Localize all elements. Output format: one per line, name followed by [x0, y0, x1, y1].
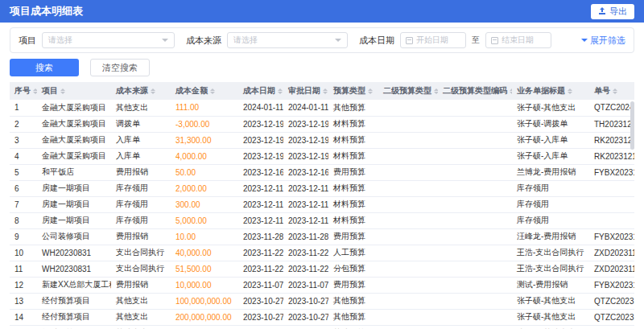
- column-header-label: 预算类型: [333, 85, 365, 97]
- table-cell: 其他预算: [328, 309, 378, 325]
- column-header-label: 二级预算类型: [383, 85, 431, 97]
- table-cell: 300,000,000.00: [171, 325, 238, 329]
- table-row[interactable]: 11WH20230831支出合同执行51,500.002023-11-22202…: [10, 261, 634, 277]
- end-date-input[interactable]: 结束日期: [485, 32, 551, 48]
- table-row[interactable]: 1金融大厦采购项目其他支出111.002024-01-112024-01-11其…: [10, 100, 634, 116]
- cost-source-select[interactable]: 请选择: [227, 32, 348, 48]
- sort-icon[interactable]: [368, 86, 373, 97]
- column-header[interactable]: 成本金额: [171, 82, 238, 100]
- table-cell: 2023-11-22: [283, 261, 328, 277]
- table-cell: [378, 116, 438, 132]
- column-header[interactable]: 二级预算类型: [378, 82, 438, 100]
- table-cell: 材料预算: [328, 196, 378, 212]
- start-date-input[interactable]: 开始日期: [400, 32, 466, 48]
- column-header[interactable]: 单号: [589, 82, 634, 100]
- table-cell: 2023-11-22: [238, 245, 283, 261]
- column-header-label: 成本来源: [116, 85, 148, 97]
- table-cell: 2023-12-11: [238, 196, 283, 212]
- table-cell: 库存领用: [111, 212, 171, 228]
- table-row[interactable]: 2金融大厦采购项目调拨单-3,000.002023-12-192023-12-1…: [10, 116, 634, 132]
- table-cell: [589, 196, 634, 212]
- table-cell: 材料预算: [328, 148, 378, 164]
- sort-icon[interactable]: [323, 86, 328, 97]
- column-header-label: 单号: [594, 85, 610, 97]
- cost-date-filter: 成本日期 开始日期 至 结束日期: [359, 32, 551, 48]
- chevron-down-icon: [581, 39, 588, 45]
- table-cell: 其他支出: [111, 100, 171, 116]
- table-cell: [438, 116, 512, 132]
- project-select[interactable]: 请选择: [42, 32, 175, 48]
- table-cell: [589, 212, 634, 228]
- column-header[interactable]: 二级预算类型编码: [438, 82, 512, 100]
- table-row[interactable]: 3金融大厦采购项目入库单31,300.002023-12-192023-12-1…: [10, 132, 634, 148]
- table-row[interactable]: 5和平饭店费用报销50.002023-12-162023-12-16费用预算兰博…: [10, 164, 634, 180]
- table-cell: 10,000.00: [171, 277, 238, 293]
- table-cell: [438, 245, 512, 261]
- column-header[interactable]: 成本日期: [238, 82, 283, 100]
- table-row[interactable]: 15经付预算项目其他支出300,000,000.002023-10-272023…: [10, 325, 634, 329]
- table-header-row: 序号项目成本来源成本金额成本日期审批日期预算类型二级预算类型二级预算类型编码业务…: [10, 82, 634, 100]
- search-button[interactable]: 搜索: [10, 59, 79, 76]
- cost-table: 序号项目成本来源成本金额成本日期审批日期预算类型二级预算类型二级预算类型编码业务…: [10, 82, 634, 329]
- table-cell: [378, 164, 438, 180]
- table-cell: RK20231219002: [589, 148, 634, 164]
- table-cell: 2023-12-19: [283, 132, 328, 148]
- table-cell: 2023-11-07: [238, 277, 283, 293]
- sort-icon[interactable]: [613, 86, 617, 97]
- sort-icon[interactable]: [33, 86, 37, 97]
- table-cell: ZXD20231122001: [589, 261, 634, 277]
- table-cell: 2,000.00: [171, 180, 238, 196]
- sort-icon[interactable]: [60, 86, 65, 97]
- table-cell: 15: [10, 325, 37, 329]
- column-header[interactable]: 成本来源: [111, 82, 171, 100]
- project-filter: 项目 请选择: [19, 32, 175, 48]
- calendar-icon: [491, 37, 498, 44]
- cost-source-select-placeholder: 请选择: [233, 35, 258, 46]
- table-row[interactable]: 14经付预算项目其他支出200,000,000.002023-10-272023…: [10, 309, 634, 325]
- table-row[interactable]: 9公司装修项目费用报销10.002023-11-282023-11-28费用预算…: [10, 228, 634, 245]
- table-cell: [378, 325, 438, 329]
- vertical-scrollbar[interactable]: [630, 101, 634, 150]
- column-header[interactable]: 业务单据标题: [512, 82, 589, 100]
- table-cell: 2023-12-16: [283, 164, 328, 180]
- table-cell: 2023-11-28: [283, 228, 328, 245]
- table-row[interactable]: 12新建XX总部大厦工程二期费用报销10,000.002023-11-07202…: [10, 277, 634, 293]
- column-header[interactable]: 审批日期: [283, 82, 328, 100]
- sort-icon[interactable]: [568, 86, 572, 97]
- export-button[interactable]: 导出: [591, 4, 634, 19]
- table-cell: 其他预算: [328, 293, 378, 309]
- table-row[interactable]: 6房建一期项目库存领用2,000.002023-12-112023-12-11材…: [10, 180, 634, 196]
- table-cell: [378, 245, 438, 261]
- table-row[interactable]: 10WH20230831支出合同执行40,000.002023-11-22202…: [10, 245, 634, 261]
- column-header[interactable]: 项目: [37, 82, 111, 100]
- table-row[interactable]: 7房建一期项目库存领用300.002023-12-112023-12-11材料预…: [10, 196, 634, 212]
- table-cell: 10.00: [171, 228, 238, 245]
- table-cell: 支出合同执行: [111, 261, 171, 277]
- sort-icon[interactable]: [510, 86, 512, 97]
- table-cell: 2023-10-27: [283, 309, 328, 325]
- table-cell: 房建一期项目: [37, 196, 111, 212]
- table-cell: 房建一期项目: [37, 212, 111, 228]
- table-cell: 2023-10-27: [238, 309, 283, 325]
- table-cell: 200,000,000.00: [171, 309, 238, 325]
- column-header-label: 业务单据标题: [517, 85, 565, 97]
- sort-icon[interactable]: [434, 86, 438, 97]
- sort-icon[interactable]: [278, 86, 283, 97]
- sort-icon[interactable]: [151, 86, 155, 97]
- sort-icon[interactable]: [210, 86, 215, 97]
- table-cell: FYBX20231216001: [589, 164, 634, 180]
- table-cell: 2023-12-11: [283, 212, 328, 228]
- table-cell: 其他支出: [111, 293, 171, 309]
- table-cell: 13: [10, 293, 37, 309]
- table-row[interactable]: 13经付预算项目其他支出100,000,000.002023-10-272023…: [10, 293, 634, 309]
- table-row[interactable]: 4金融大厦采购项目入库单4,000.002023-12-192023-12-19…: [10, 148, 634, 164]
- expand-filter-toggle[interactable]: 展开筛选: [581, 35, 625, 47]
- clear-search-button[interactable]: 清空搜索: [90, 59, 150, 76]
- column-header[interactable]: 序号: [10, 82, 37, 100]
- table-cell: 2: [10, 116, 37, 132]
- column-header[interactable]: 预算类型: [328, 82, 378, 100]
- table-cell: [378, 196, 438, 212]
- export-icon: [598, 7, 606, 15]
- table-row[interactable]: 8房建一期项目库存领用5,000.002023-12-112023-12-11材…: [10, 212, 634, 228]
- table-cell: QTZC20231027002: [589, 325, 634, 329]
